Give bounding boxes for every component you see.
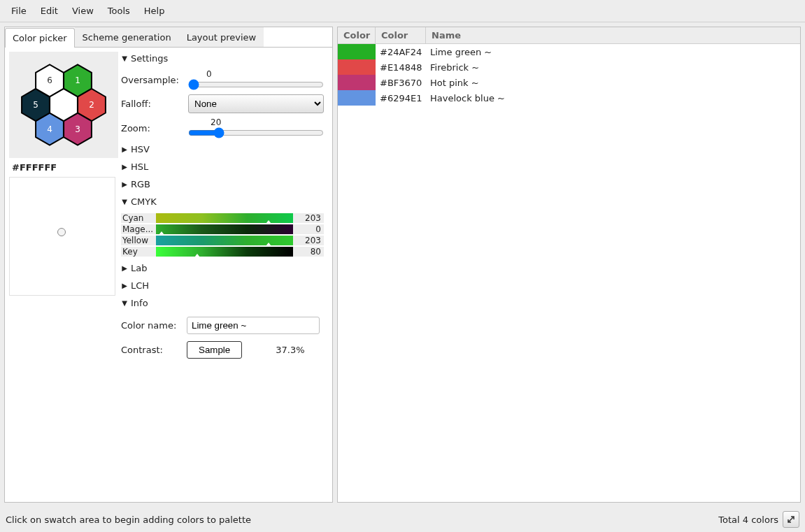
tab-layout-preview[interactable]: Layout preview	[179, 27, 264, 47]
palette-hex: #E14848	[376, 62, 426, 73]
menu-view[interactable]: View	[65, 3, 101, 19]
section-info[interactable]: ▼Info	[121, 296, 324, 310]
svg-text:4: 4	[47, 124, 52, 134]
chevron-down-icon: ▼	[121, 198, 128, 206]
chevron-right-icon: ▶	[121, 180, 128, 188]
cmyk-slider[interactable]	[156, 247, 293, 257]
contrast-value: 37.3%	[276, 345, 304, 355]
current-hex-label: #FFFFFF	[9, 161, 118, 174]
menu-edit[interactable]: Edit	[34, 3, 65, 19]
chevron-right-icon: ▶	[121, 145, 128, 153]
table-row[interactable]: #6294E1Havelock blue ~	[338, 90, 800, 106]
th-color-swatch[interactable]: Color	[338, 27, 376, 43]
svg-text:6: 6	[47, 76, 52, 85]
oversample-slider[interactable]	[188, 79, 324, 90]
tab-scheme-generation[interactable]: Scheme generation	[75, 27, 179, 47]
expand-icon	[787, 515, 795, 524]
svg-text:2: 2	[89, 100, 94, 110]
th-color-hex[interactable]: Color	[376, 27, 426, 43]
section-lch[interactable]: ▶LCH	[121, 279, 324, 292]
chevron-down-icon: ▼	[121, 299, 128, 307]
status-left: Click on swatch area to begin adding col…	[6, 515, 251, 525]
palette-name: Firebrick ~	[426, 62, 800, 73]
section-settings[interactable]: ▼ Settings	[121, 52, 324, 65]
cmyk-label: Mage...	[121, 224, 156, 234]
sample-button[interactable]: Sample	[187, 341, 242, 359]
table-header: Color Color Name	[338, 27, 800, 44]
zoom-slider[interactable]	[188, 127, 324, 138]
section-hsl[interactable]: ▶HSL	[121, 160, 324, 173]
table-row[interactable]: #24AF24Lime green ~	[338, 44, 800, 59]
main-area: Color picker Scheme generation Layout pr…	[0, 22, 805, 507]
svg-text:5: 5	[33, 100, 38, 110]
statusbar: Click on swatch area to begin adding col…	[0, 507, 805, 532]
svg-marker-12	[50, 89, 78, 121]
palette-hex: #24AF24	[376, 47, 426, 57]
palette-hex: #BF3670	[376, 78, 426, 88]
zoom-label: Zoom:	[121, 123, 184, 134]
falloff-select[interactable]: None	[188, 94, 324, 113]
cmyk-value: 203	[293, 213, 324, 223]
falloff-label: Falloff:	[121, 99, 184, 109]
palette-panel: Color Color Name #24AF24Lime green ~#E14…	[337, 27, 801, 503]
palette-name: Havelock blue ~	[426, 93, 800, 103]
svg-text:3: 3	[75, 124, 80, 134]
oversample-value: 0	[188, 69, 324, 79]
swatch-area[interactable]	[9, 177, 115, 296]
cmyk-channel-row: Cyan203	[121, 213, 324, 224]
cmyk-channel-row: Mage...0	[121, 224, 324, 235]
left-panel: Color picker Scheme generation Layout pr…	[4, 27, 333, 503]
menu-help[interactable]: Help	[137, 3, 172, 19]
cmyk-label: Cyan	[121, 213, 156, 223]
table-row[interactable]: #BF3670Hot pink ~	[338, 75, 800, 90]
section-cmyk[interactable]: ▼CMYK	[121, 195, 324, 208]
expand-button[interactable]	[783, 511, 799, 528]
cmyk-slider[interactable]	[156, 236, 293, 245]
colorname-label: Color name:	[121, 320, 181, 331]
menubar: File Edit View Tools Help	[0, 0, 805, 22]
settings-title: Settings	[131, 53, 168, 64]
chevron-right-icon: ▶	[121, 264, 128, 272]
th-name[interactable]: Name	[426, 27, 800, 43]
section-lab[interactable]: ▶Lab	[121, 261, 324, 275]
palette-hex: #6294E1	[376, 93, 426, 103]
zoom-value: 20	[188, 117, 324, 127]
svg-text:1: 1	[75, 76, 80, 85]
chevron-right-icon: ▶	[121, 282, 128, 289]
table-body: #24AF24Lime green ~#E14848Firebrick ~#BF…	[338, 44, 800, 502]
status-right: Total 4 colors	[718, 515, 778, 525]
chevron-right-icon: ▶	[121, 163, 128, 171]
menu-file[interactable]: File	[4, 3, 34, 19]
tab-color-picker[interactable]: Color picker	[5, 28, 75, 48]
cmyk-slider[interactable]	[156, 224, 293, 234]
palette-name: Hot pink ~	[426, 78, 800, 88]
cmyk-channel-row: Yellow203	[121, 235, 324, 246]
cmyk-value: 0	[293, 224, 324, 234]
colorname-input[interactable]	[187, 317, 320, 334]
cmyk-label: Key	[121, 247, 156, 257]
section-rgb[interactable]: ▶RGB	[121, 178, 324, 191]
palette-name: Lime green ~	[426, 47, 800, 57]
tabstrip: Color picker Scheme generation Layout pr…	[5, 27, 332, 48]
palette-swatch	[338, 59, 376, 75]
oversample-label: Oversample:	[121, 75, 184, 85]
menu-tools[interactable]: Tools	[101, 3, 137, 19]
palette-swatch	[338, 44, 376, 59]
palette-swatch	[338, 90, 376, 106]
cmyk-value: 203	[293, 236, 324, 245]
cmyk-channel-row: Key80	[121, 246, 324, 257]
contrast-label: Contrast:	[121, 345, 181, 355]
swatch-dot-icon	[57, 228, 66, 236]
chevron-down-icon: ▼	[121, 55, 128, 62]
palette-swatch	[338, 75, 376, 90]
table-row[interactable]: #E14848Firebrick ~	[338, 59, 800, 75]
cmyk-label: Yellow	[121, 236, 156, 245]
section-hsv[interactable]: ▶HSV	[121, 143, 324, 156]
cmyk-value: 80	[293, 247, 324, 257]
hexagon-picker[interactable]: 123456	[9, 52, 118, 158]
cmyk-slider[interactable]	[156, 213, 293, 223]
